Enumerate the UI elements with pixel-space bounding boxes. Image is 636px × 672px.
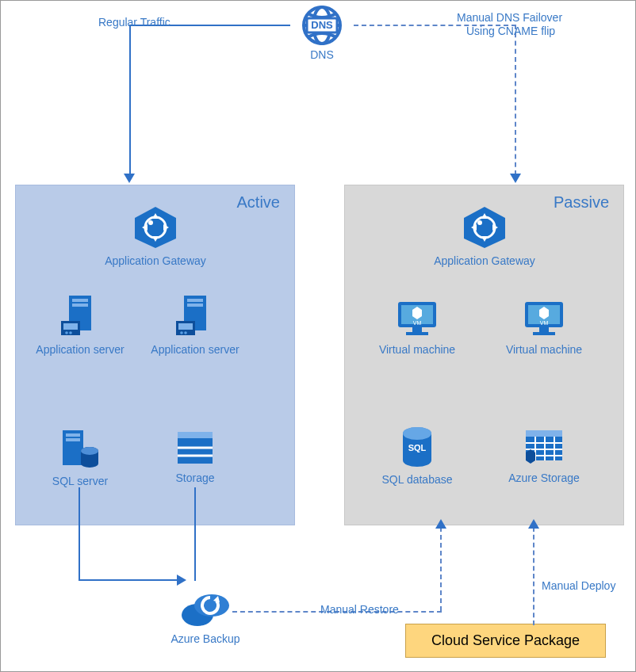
label-failover-1: Manual DNS Failover [457,11,562,24]
svg-rect-15 [63,323,78,330]
arrow-manual-restore [435,519,446,529]
label-sql-server: SQL server [33,475,128,487]
svg-rect-22 [178,323,193,330]
server-icon [140,294,251,338]
svg-rect-33 [178,432,213,438]
node-vm-1: VM Virtual machine [362,299,473,356]
label-failover-2: Using CNAME flip [466,25,555,37]
label-sql-database: SQL database [362,473,473,486]
region-passive-title: Passive [554,193,609,212]
label-vm-2: Virtual machine [488,343,600,356]
arrow-into-active [124,174,135,183]
arrow-into-backup [177,575,186,586]
svg-rect-26 [66,433,80,437]
svg-rect-20 [187,304,203,307]
dns-label: DNS [290,48,354,61]
virtual-machine-icon: VM [362,299,473,338]
svg-text:SQL: SQL [408,443,427,452]
svg-rect-52 [533,332,555,335]
virtual-machine-icon: VM [488,299,600,338]
label-manual-deploy: Manual Deploy [542,579,615,592]
svg-point-42 [477,220,482,225]
label-azure-storage: Azure Storage [488,472,600,484]
label-app-server-2: Application server [140,343,251,356]
line-sql-down [79,487,80,581]
svg-marker-4 [135,207,176,248]
svg-rect-19 [187,299,203,302]
line-to-active [129,25,131,175]
cloud-service-package: Cloud Service Package [405,624,606,658]
arrow-into-passive [510,174,521,183]
line-manual-deploy [533,527,534,625]
label-vm-1: Virtual machine [362,343,473,356]
svg-rect-45 [412,327,422,332]
application-gateway-icon [425,205,544,250]
node-azure-storage: Azure Storage [488,426,600,484]
svg-point-24 [184,331,187,334]
line-to-passive [515,25,516,175]
svg-rect-61 [526,430,562,437]
node-app-gateway-active: Application Gateway [96,205,215,267]
svg-rect-46 [406,332,428,335]
svg-marker-36 [464,207,505,248]
svg-point-58 [403,427,431,440]
dns-node: DNS DNS [290,2,354,61]
svg-point-17 [69,331,72,334]
svg-point-16 [65,331,68,334]
sql-database-icon: SQL [362,426,473,468]
node-vm-2: VM Virtual machine [488,299,600,356]
node-app-gateway-passive: Application Gateway [425,205,544,267]
azure-storage-icon [488,426,600,467]
label-manual-restore: Manual Restore [320,603,399,616]
label-azure-backup: Azure Backup [158,632,253,645]
node-app-server-2: Application server [140,294,251,356]
svg-text:VM: VM [540,320,549,326]
svg-text:VM: VM [413,320,422,326]
server-icon [25,294,136,338]
svg-point-31 [81,447,98,455]
svg-rect-27 [66,438,80,441]
node-sql-database: SQL SQL database [362,426,473,486]
line-storage-down [194,487,196,581]
node-app-server-1: Application server [25,294,136,356]
sql-server-icon [33,429,128,470]
svg-point-23 [180,331,183,334]
application-gateway-icon [96,205,215,250]
svg-rect-51 [539,327,549,332]
storage-icon [148,429,243,467]
label-app-gateway-active: Application Gateway [96,254,215,267]
svg-point-10 [148,220,153,225]
arrow-manual-deploy [528,519,539,529]
label-regular-traffic: Regular Traffic [98,16,170,29]
dns-icon: DNS [290,2,354,48]
line-manual-restore-v [440,527,442,611]
label-storage: Storage [148,472,243,484]
line-join-backup [79,579,180,581]
svg-point-57 [403,454,431,467]
node-azure-backup: Azure Backup [158,591,253,645]
svg-rect-13 [72,304,88,307]
label-cloud-service-package: Cloud Service Package [431,632,580,648]
svg-point-30 [81,460,98,468]
svg-rect-12 [72,299,88,302]
region-active-title: Active [237,193,280,212]
azure-backup-icon [158,591,253,628]
label-app-gateway-passive: Application Gateway [425,254,544,267]
label-app-server-1: Application server [25,343,136,356]
node-storage: Storage [148,429,243,484]
dns-icon-text: DNS [311,19,333,31]
node-sql-server: SQL server [33,429,128,487]
